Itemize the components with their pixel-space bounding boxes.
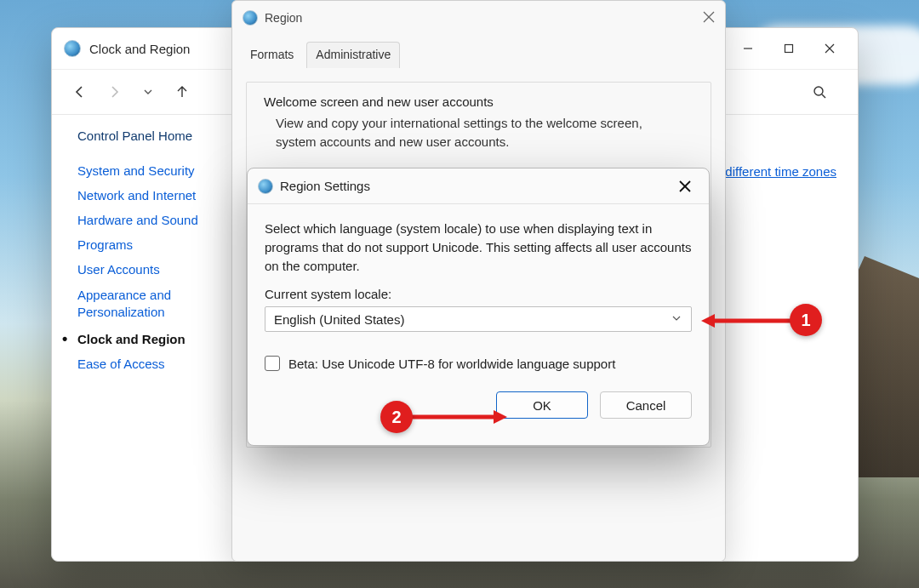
close-button[interactable]	[810, 36, 849, 61]
tab-administrative[interactable]: Administrative	[306, 42, 400, 68]
sidebar-item-appearance[interactable]: Appearance and Personalization	[77, 282, 256, 327]
cp-sidebar: Control Panel Home System and Security N…	[77, 123, 256, 376]
close-icon	[678, 180, 692, 193]
globe-icon	[258, 179, 273, 194]
utf8-checkbox[interactable]	[265, 356, 280, 371]
tab-formats[interactable]: Formats	[241, 42, 303, 68]
sidebar-home[interactable]: Control Panel Home	[77, 123, 256, 148]
region-titlebar[interactable]: Region	[232, 1, 725, 35]
region-close-button[interactable]	[703, 11, 715, 26]
svg-rect-1	[785, 45, 793, 53]
forward-button[interactable]	[103, 81, 125, 103]
modal-description: Select which language (system locale) to…	[265, 220, 692, 275]
modal-title: Region Settings	[280, 179, 370, 193]
cp-title: Clock and Region	[89, 42, 190, 56]
globe-clock-icon	[64, 40, 81, 57]
search-box[interactable]	[790, 79, 841, 105]
sidebar-item-programs[interactable]: Programs	[77, 232, 256, 257]
up-button[interactable]	[171, 81, 193, 103]
svg-point-4	[814, 87, 823, 95]
back-button[interactable]	[69, 81, 91, 103]
sidebar-item-ease[interactable]: Ease of Access	[77, 351, 256, 376]
timezone-link[interactable]: different time zones	[725, 164, 836, 179]
modal-titlebar[interactable]: Region Settings	[248, 168, 709, 204]
svg-line-5	[822, 94, 825, 98]
locale-value: English (United States)	[274, 312, 404, 327]
chevron-down-icon	[671, 312, 682, 327]
minimize-button[interactable]	[728, 36, 768, 61]
sidebar-item-network[interactable]: Network and Internet	[77, 183, 256, 208]
annotation-arrow-1	[699, 311, 802, 331]
region-settings-modal: Region Settings Select which language (s…	[247, 168, 710, 446]
group-description: View and copy your international setting…	[247, 114, 711, 160]
sidebar-item-hardware[interactable]: Hardware and Sound	[77, 208, 256, 232]
close-icon	[703, 11, 715, 23]
ok-button[interactable]: OK	[496, 391, 588, 419]
sidebar-item-system[interactable]: System and Security	[77, 158, 256, 183]
svg-marker-13	[494, 410, 507, 424]
group-title: Welcome screen and new user accounts	[247, 83, 711, 114]
search-icon	[813, 85, 826, 99]
recent-dropdown[interactable]	[137, 81, 159, 103]
utf8-label: Beta: Use Unicode UTF-8 for worldwide la…	[288, 357, 615, 371]
svg-marker-11	[701, 314, 715, 328]
annotation-arrow-2	[407, 407, 509, 427]
modal-close-button[interactable]	[671, 174, 699, 198]
locale-select[interactable]: English (United States)	[265, 306, 692, 332]
globe-icon	[243, 10, 258, 26]
maximize-button[interactable]	[769, 36, 808, 61]
annotation-badge-2: 2	[380, 401, 413, 433]
region-title: Region	[265, 11, 302, 25]
region-tabs: Formats Administrative	[232, 35, 725, 68]
locale-label: Current system locale:	[265, 287, 692, 301]
sidebar-item-users[interactable]: User Accounts	[77, 257, 256, 282]
annotation-badge-1: 1	[790, 304, 822, 336]
cancel-button[interactable]: Cancel	[600, 391, 692, 419]
sidebar-item-clock-region[interactable]: Clock and Region	[77, 327, 256, 351]
